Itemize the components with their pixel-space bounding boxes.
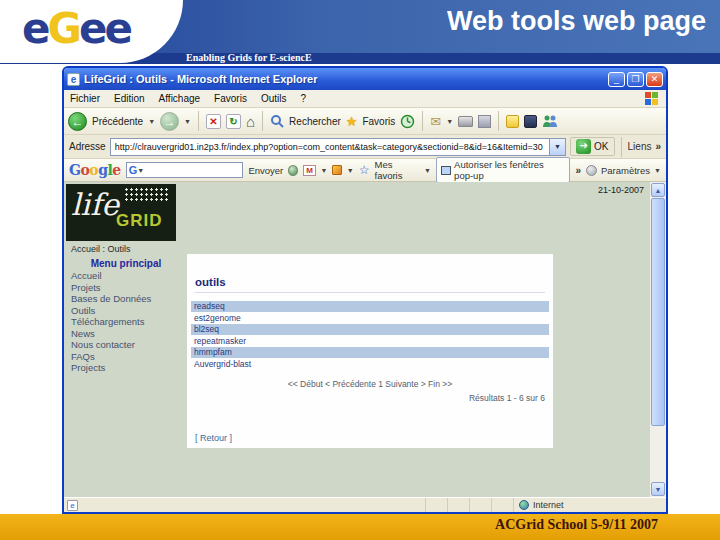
vertical-scrollbar[interactable]: ▲ ▼ bbox=[650, 182, 666, 497]
google-logo: Google bbox=[69, 162, 121, 178]
highlighter-dropdown-icon[interactable]: ▼ bbox=[347, 167, 354, 174]
pagerank-icon[interactable] bbox=[288, 165, 298, 176]
address-input[interactable]: http://clrauvergrid01.in2p3.fr/index.php… bbox=[110, 138, 566, 156]
pagination[interactable]: << Début < Précédente 1 Suivante > Fin >… bbox=[187, 379, 553, 389]
site-menu-item[interactable]: Téléchargements bbox=[64, 317, 188, 329]
media-icon[interactable] bbox=[524, 115, 537, 128]
lifegrid-logo-life: life bbox=[71, 190, 119, 220]
back-button-label[interactable]: Précédente bbox=[92, 116, 143, 127]
menu-item[interactable]: Edition bbox=[114, 93, 145, 104]
links-label[interactable]: Liens bbox=[628, 141, 652, 152]
site-menu-panel: Menu principal AccueilProjetsBases de Do… bbox=[64, 258, 188, 375]
google-settings-label[interactable]: Paramètres bbox=[601, 165, 650, 176]
scrollbar-thumb[interactable] bbox=[651, 198, 665, 426]
menu-item[interactable]: Affichage bbox=[159, 93, 201, 104]
menu-items: FichierEditionAffichageFavorisOutils? bbox=[70, 93, 645, 104]
google-favorites-label[interactable]: Mes favoris bbox=[375, 159, 419, 181]
search-icon[interactable] bbox=[270, 114, 284, 128]
print-icon[interactable] bbox=[458, 116, 473, 127]
refresh-icon[interactable]: ↻ bbox=[226, 114, 241, 129]
popup-blocker-label: Autoriser les fenêtres pop-up bbox=[454, 159, 565, 181]
google-settings-dropdown-icon[interactable]: ▼ bbox=[654, 167, 661, 174]
minimize-button[interactable]: _ bbox=[608, 72, 625, 87]
site-menu-item[interactable]: Accueil bbox=[64, 271, 188, 283]
menu-item[interactable]: Favoris bbox=[214, 93, 247, 104]
favorites-star-icon[interactable]: ★ bbox=[346, 114, 358, 129]
google-search-input[interactable]: G ▼ bbox=[126, 162, 244, 178]
close-button[interactable]: ✕ bbox=[646, 72, 663, 87]
tool-link[interactable]: bl2seq bbox=[191, 324, 549, 335]
google-send-label[interactable]: Envoyer bbox=[248, 165, 283, 176]
popup-blocker-button[interactable]: Autoriser les fenêtres pop-up bbox=[436, 157, 570, 183]
scroll-up-icon[interactable]: ▲ bbox=[651, 183, 665, 197]
menu-item[interactable]: ? bbox=[300, 93, 306, 104]
back-icon[interactable]: ← bbox=[68, 112, 87, 131]
status-cells: Internet bbox=[425, 498, 663, 512]
links-chevron-icon[interactable]: » bbox=[655, 141, 661, 152]
tool-link[interactable]: est2genome bbox=[191, 313, 549, 324]
status-doc-icon: e bbox=[67, 500, 78, 511]
go-button[interactable]: ➜ OK bbox=[570, 137, 614, 156]
globe-icon bbox=[519, 500, 529, 510]
egee-logo-letter: e bbox=[79, 4, 105, 53]
google-search-dropdown-icon[interactable]: ▼ bbox=[137, 167, 144, 174]
forward-icon[interactable]: → bbox=[160, 112, 179, 131]
tool-link[interactable]: repeatmasker bbox=[191, 336, 549, 347]
menu-item[interactable]: Fichier bbox=[70, 93, 100, 104]
messenger-icon[interactable] bbox=[542, 114, 558, 128]
forward-dropdown-icon[interactable]: ▼ bbox=[184, 118, 191, 125]
toolbar-separator bbox=[621, 137, 622, 157]
egee-tagline: Enabling Grids for E-sciencE bbox=[186, 52, 312, 63]
google-settings-icon[interactable] bbox=[586, 165, 597, 176]
status-zone: Internet bbox=[513, 498, 663, 512]
titlebar[interactable]: e LifeGrid : Outils - Microsoft Internet… bbox=[64, 68, 666, 90]
menu-item[interactable]: Outils bbox=[261, 93, 287, 104]
site-menu-title: Menu principal bbox=[64, 258, 188, 269]
address-dropdown-icon[interactable]: ▼ bbox=[549, 139, 565, 155]
note-icon[interactable] bbox=[506, 115, 519, 128]
toolbar: ← Précédente ▼ → ▼ ✕ ↻ ⌂ Rechercher ★ Fa… bbox=[64, 108, 666, 135]
mail-icon[interactable]: ✉ bbox=[430, 114, 441, 129]
scroll-down-icon[interactable]: ▼ bbox=[651, 482, 665, 496]
lifegrid-logo-grid: GRID bbox=[116, 211, 163, 231]
site-menu-item[interactable]: Projects bbox=[64, 363, 188, 375]
gmail-icon[interactable]: M bbox=[303, 165, 315, 176]
edit-icon[interactable] bbox=[478, 115, 491, 128]
status-zone-label: Internet bbox=[533, 500, 564, 510]
breadcrumb[interactable]: Accueil : Outils bbox=[71, 244, 131, 254]
google-favorites-dropdown-icon[interactable]: ▼ bbox=[424, 167, 431, 174]
site-menu-item[interactable]: Bases de Données bbox=[64, 294, 188, 306]
google-more-chevron-icon[interactable]: » bbox=[575, 165, 581, 176]
window-title: LifeGrid : Outils - Microsoft Internet E… bbox=[84, 73, 608, 85]
home-icon[interactable]: ⌂ bbox=[246, 113, 255, 130]
search-button-label[interactable]: Rechercher bbox=[289, 116, 341, 127]
site-menu-item[interactable]: Nous contacter bbox=[64, 340, 188, 352]
tool-link[interactable]: readseq bbox=[191, 301, 549, 312]
highlighter-icon[interactable] bbox=[332, 165, 341, 175]
back-dropdown-icon[interactable]: ▼ bbox=[148, 118, 155, 125]
tool-link[interactable]: hmmpfam bbox=[191, 347, 549, 358]
history-icon[interactable] bbox=[400, 114, 415, 129]
address-url[interactable]: http://clrauvergrid01.in2p3.fr/index.php… bbox=[111, 142, 549, 152]
maximize-button[interactable]: ❐ bbox=[627, 72, 644, 87]
address-bar: Adresse http://clrauvergrid01.in2p3.fr/i… bbox=[64, 135, 666, 159]
menu-bar: FichierEditionAffichageFavorisOutils? bbox=[64, 90, 666, 108]
mail-dropdown-icon[interactable]: ▼ bbox=[446, 118, 453, 125]
ie-page-icon: e bbox=[67, 73, 80, 86]
egee-logo-letter: e bbox=[104, 4, 130, 53]
google-favorites-star-icon[interactable]: ☆ bbox=[359, 163, 370, 177]
favorites-button-label[interactable]: Favoris bbox=[362, 116, 395, 127]
status-cell bbox=[491, 498, 513, 512]
slide-footer-text: ACGrid School 5-9/11 2007 bbox=[495, 517, 658, 533]
window-controls: _ ❐ ✕ bbox=[608, 72, 663, 87]
lifegrid-logo: life GRID bbox=[66, 184, 176, 241]
tool-link[interactable]: Auvergrid-blast bbox=[191, 359, 549, 370]
site-menu: AccueilProjetsBases de DonnéesOutilsTélé… bbox=[64, 271, 188, 375]
address-label: Adresse bbox=[69, 141, 106, 152]
page-content: 21-10-2007 life GRID Accueil : Outils Me… bbox=[64, 182, 666, 497]
google-toolbar: Google G ▼ Envoyer M ▼ ▼ ☆ Mes favoris ▼… bbox=[64, 159, 666, 182]
toolbar-separator bbox=[198, 111, 199, 131]
back-link[interactable]: [ Retour ] bbox=[195, 433, 232, 443]
stop-icon[interactable]: ✕ bbox=[206, 114, 221, 129]
gmail-dropdown-icon[interactable]: ▼ bbox=[321, 167, 328, 174]
